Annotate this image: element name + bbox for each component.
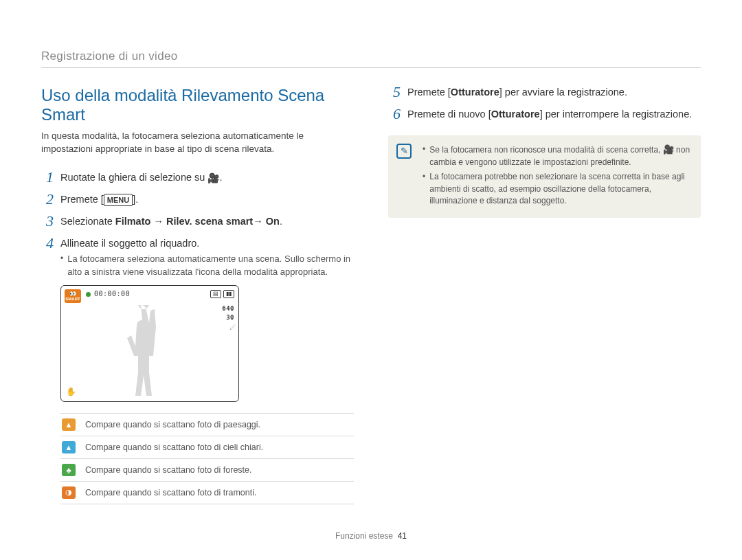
- movie-icon: 🎥: [663, 144, 674, 155]
- table-row: ▲ Compare quando si scattano foto di cie…: [60, 436, 354, 459]
- step-2: 2 Premete [MENU].: [41, 193, 354, 208]
- step-5: 5 Premete [Otturatore] per avviare la re…: [388, 86, 701, 101]
- movie-icon: 🎥: [207, 172, 219, 185]
- record-indicator-icon: [86, 292, 91, 297]
- step-4: 4 Allineate il soggetto al riquadro. • L…: [41, 237, 354, 278]
- step-bold: Filmato → Rilev. scena smart→ On: [115, 216, 280, 227]
- left-column: Uso della modalità Rilevamento Scena Sma…: [41, 48, 354, 504]
- scene-description: Compare quando si scattano foto di tramo…: [85, 488, 256, 497]
- step-3: 3 Selezionate Filmato → Rilev. scena sma…: [41, 215, 354, 230]
- page-footer: Funzioni estese 41: [0, 531, 742, 541]
- step-number: 3: [41, 214, 54, 229]
- menu-button-label: MENU: [104, 194, 133, 206]
- subject-silhouette-icon: [123, 305, 164, 401]
- scene-description: Compare quando si scattano foto di cieli…: [85, 443, 263, 452]
- page-number: 41: [398, 531, 407, 541]
- table-row: ▲ Compare quando si scattano foto di pae…: [60, 414, 354, 436]
- step-6: 6 Premete di nuovo [Otturatore] per inte…: [388, 108, 701, 123]
- stabilization-icon: ✋: [65, 386, 76, 397]
- bullet-icon: •: [60, 253, 63, 278]
- steps-list-right: 5 Premete [Otturatore] per avviare la re…: [388, 86, 701, 123]
- step-sub: • La fotocamera seleziona automaticament…: [60, 253, 354, 278]
- scene-icon-table: ▲ Compare quando si scattano foto di pae…: [60, 413, 354, 504]
- top-status-icons: ▤ ▮▮: [210, 290, 234, 298]
- step-1: 1 Ruotate la ghiera di selezione su 🎥.: [41, 171, 354, 186]
- camera-preview: 👀 SMART 00:00:00 ▤ ▮▮ 640 30 ☄ ✋: [60, 285, 239, 402]
- info-note: ✎ • Se la fotocamera non riconosce una m…: [388, 135, 701, 218]
- record-timer: 00:00:00: [94, 290, 130, 298]
- step-text: Allineate il soggetto al riquadro. • La …: [60, 237, 354, 278]
- intro-paragraph: In questa modalità, la fotocamera selezi…: [41, 130, 354, 156]
- shutter-bold: Otturatore: [451, 87, 499, 98]
- right-column: 5 Premete [Otturatore] per avviare la re…: [388, 48, 701, 504]
- note-item: • Se la fotocamera non riconosce una mod…: [423, 144, 691, 168]
- step-number: 6: [388, 107, 401, 122]
- note-item: • La fotocamera potrebbe non selezionare…: [423, 171, 691, 207]
- bullet-icon: •: [423, 171, 425, 207]
- battery-icon: ▮▮: [223, 290, 234, 298]
- page-title: Uso della modalità Rilevamento Scena Sma…: [41, 86, 354, 124]
- step-text: Premete [Otturatore] per avviare la regi…: [407, 86, 701, 100]
- step-text: Premete [MENU].: [60, 193, 354, 207]
- step-text: Ruotate la ghiera di selezione su 🎥.: [60, 171, 354, 185]
- step-number: 1: [41, 170, 54, 185]
- sky-icon: ▲: [62, 441, 76, 453]
- exposure-icon: ☄: [229, 323, 234, 332]
- landscape-icon: ▲: [62, 418, 76, 431]
- smart-badge-icon: 👀 SMART: [65, 289, 81, 303]
- step-text: Selezionate Filmato → Rilev. scena smart…: [60, 215, 354, 229]
- note-info-icon: ✎: [396, 144, 412, 159]
- shutter-bold: Otturatore: [491, 109, 540, 120]
- step-number: 5: [388, 85, 401, 100]
- page-content: Uso della modalità Rilevamento Scena Sma…: [0, 0, 742, 532]
- scene-description: Compare quando si scattano foto di paesa…: [85, 420, 260, 429]
- table-row: ♣ Compare quando si scattano foto di for…: [60, 459, 354, 482]
- scene-description: Compare quando si scattano foto di fores…: [85, 465, 252, 475]
- right-status-icons: 640 30 ☄: [222, 305, 234, 332]
- step-text: Premete di nuovo [Otturatore] per interr…: [407, 108, 701, 122]
- table-row: ◑ Compare quando si scattano foto di tra…: [60, 482, 354, 504]
- resolution-value: 640: [222, 305, 234, 312]
- card-icon: ▤: [210, 290, 221, 298]
- fps-value: 30: [226, 314, 234, 321]
- steps-list-left: 1 Ruotate la ghiera di selezione su 🎥. 2…: [41, 171, 354, 278]
- step-number: 2: [41, 192, 54, 207]
- forest-icon: ♣: [62, 464, 76, 476]
- step-number: 4: [41, 236, 54, 251]
- sunset-icon: ◑: [62, 486, 76, 499]
- footer-label: Funzioni estese: [335, 531, 393, 541]
- bullet-icon: •: [423, 144, 425, 168]
